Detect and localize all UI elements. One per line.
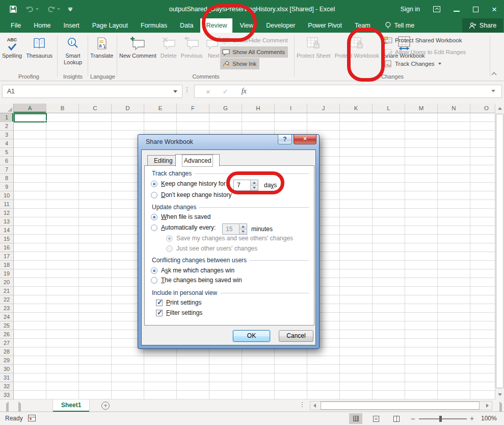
row-header-30[interactable]: 30 xyxy=(0,365,13,373)
share-button[interactable]: Share xyxy=(462,18,503,33)
option-print-settings[interactable]: Print settings xyxy=(156,299,201,306)
show-ink-button[interactable]: Show Ink xyxy=(220,58,259,69)
new-comment-button[interactable]: New Comment xyxy=(117,34,158,60)
column-header-c[interactable]: C xyxy=(79,104,112,113)
days-spin-up-icon[interactable] xyxy=(251,180,258,185)
row-header-19[interactable]: 19 xyxy=(0,269,13,278)
row-header-22[interactable]: 22 xyxy=(0,295,13,304)
dialog-help-button[interactable]: ? xyxy=(278,135,292,144)
delete-comment-button[interactable]: Delete xyxy=(158,34,179,60)
protect-sheet-button[interactable]: Protect Sheet xyxy=(295,34,333,60)
cancel-button[interactable]: Cancel xyxy=(279,330,313,342)
allow-users-edit-ranges-button[interactable]: Allow Users to Edit Ranges xyxy=(382,46,469,58)
zoom-level[interactable]: 100% xyxy=(481,415,497,422)
vertical-scrollbar[interactable] xyxy=(495,104,504,399)
row-header-6[interactable]: 6 xyxy=(0,157,13,165)
ribbon-tab-insert[interactable]: Insert xyxy=(58,18,85,33)
macro-record-icon[interactable] xyxy=(28,415,36,421)
row-header-1[interactable]: 1 xyxy=(0,113,13,122)
radio-keep-change-history[interactable] xyxy=(151,181,157,187)
track-changes-dropdown-icon[interactable] xyxy=(438,63,441,65)
vertical-scrollbar-thumb[interactable] xyxy=(496,114,503,388)
active-cell-a1[interactable] xyxy=(14,113,47,122)
column-header-l[interactable]: L xyxy=(373,104,405,113)
cancel-entry-icon[interactable]: × xyxy=(206,87,210,96)
column-header-d[interactable]: D xyxy=(112,104,144,113)
tab-advanced[interactable]: Advanced xyxy=(175,154,220,166)
row-header-12[interactable]: 12 xyxy=(0,209,13,217)
row-header-24[interactable]: 24 xyxy=(0,313,13,321)
smart-lookup-button[interactable]: i Smart Lookup xyxy=(58,34,88,67)
ok-button[interactable]: OK xyxy=(233,330,270,342)
zoom-slider[interactable] xyxy=(419,418,467,419)
radio-ask-which-win[interactable] xyxy=(151,267,157,274)
row-header-16[interactable]: 16 xyxy=(0,243,13,252)
column-header-h[interactable]: H xyxy=(242,104,275,113)
scroll-right-icon[interactable] xyxy=(483,402,492,410)
expand-formula-bar-icon[interactable] xyxy=(491,90,495,92)
ribbon-tab-review[interactable]: Review xyxy=(200,18,232,33)
normal-view-button[interactable] xyxy=(349,413,362,424)
option-ask-which-win[interactable]: Ask me which changes win xyxy=(151,267,234,274)
column-header-a[interactable]: A xyxy=(14,104,46,113)
protect-workbook-button[interactable]: Protect Workbook xyxy=(333,34,381,60)
fill-handle[interactable] xyxy=(45,120,47,123)
zoom-slider-thumb[interactable] xyxy=(439,416,442,422)
row-header-28[interactable]: 28 xyxy=(0,347,13,356)
protect-shared-workbook-button[interactable]: Protect Shared Workbook xyxy=(382,35,465,46)
horizontal-scrollbar[interactable] xyxy=(310,401,492,410)
row-header-29[interactable]: 29 xyxy=(0,356,13,365)
select-all-corner[interactable] xyxy=(0,104,14,113)
radio-automatically-every[interactable] xyxy=(151,224,157,231)
column-header-g[interactable]: G xyxy=(209,104,242,113)
zoom-out-icon[interactable]: − xyxy=(411,414,415,423)
new-sheet-icon[interactable]: + xyxy=(101,402,110,410)
scroll-left-icon[interactable] xyxy=(310,402,319,410)
row-header-14[interactable]: 14 xyxy=(0,226,13,235)
column-header-f[interactable]: F xyxy=(177,104,209,113)
row-header-15[interactable]: 15 xyxy=(0,235,13,243)
column-header-i[interactable]: I xyxy=(275,104,307,113)
insert-function-icon[interactable]: fx xyxy=(242,87,247,95)
checkbox-filter-settings[interactable] xyxy=(156,310,163,316)
row-header-8[interactable]: 8 xyxy=(0,174,13,183)
show-all-comments-button[interactable]: Show All Comments xyxy=(220,46,288,58)
ribbon-tab-home[interactable]: Home xyxy=(28,18,56,33)
row-header-33[interactable]: 33 xyxy=(0,391,13,399)
ribbon-tab-page-layout[interactable]: Page Layout xyxy=(87,18,134,33)
ribbon-tab-data[interactable]: Data xyxy=(174,18,199,33)
column-header-k[interactable]: K xyxy=(340,104,373,113)
row-header-7[interactable]: 7 xyxy=(0,165,13,174)
checkbox-print-settings[interactable] xyxy=(156,299,163,306)
track-changes-button[interactable]: Track Changes xyxy=(382,58,444,69)
sheet-tab-sheet1[interactable]: Sheet1 xyxy=(52,399,90,412)
option-filter-settings[interactable]: Filter settings xyxy=(156,309,202,316)
column-header-j[interactable]: J xyxy=(307,104,340,113)
row-header-25[interactable]: 25 xyxy=(0,321,13,330)
radio-saved-win[interactable] xyxy=(151,277,157,284)
row-header-5[interactable]: 5 xyxy=(0,148,13,157)
column-header-b[interactable]: B xyxy=(46,104,79,113)
minimize-icon[interactable] xyxy=(454,11,460,12)
formula-bar[interactable]: × ✓ fx xyxy=(194,85,502,98)
ribbon-tab-team[interactable]: Team xyxy=(349,18,376,33)
row-header-4[interactable]: 4 xyxy=(0,139,13,148)
scroll-down-icon[interactable] xyxy=(495,390,504,399)
tab-scroll-splitter[interactable] xyxy=(302,402,303,407)
row-header-21[interactable]: 21 xyxy=(0,287,13,295)
name-box[interactable]: A1 xyxy=(2,85,182,98)
spelling-button[interactable]: ABC Spelling xyxy=(0,34,24,60)
option-dont-keep-history[interactable]: Don't keep change history xyxy=(151,191,231,198)
days-spinner[interactable]: 7 xyxy=(233,180,258,191)
row-header-23[interactable]: 23 xyxy=(0,304,13,313)
previous-comment-button[interactable]: Previous xyxy=(179,34,205,60)
close-icon[interactable]: × xyxy=(492,5,497,14)
horizontal-scrollbar-thumb[interactable] xyxy=(321,402,480,410)
maximize-icon[interactable] xyxy=(473,7,479,12)
collapse-ribbon-icon[interactable] xyxy=(492,71,497,77)
ribbon-tab-file[interactable]: File xyxy=(5,18,26,33)
radio-dont-keep-history[interactable] xyxy=(151,192,157,198)
row-header-11[interactable]: 11 xyxy=(0,200,13,209)
page-break-view-button[interactable] xyxy=(390,413,403,424)
row-header-27[interactable]: 27 xyxy=(0,339,13,347)
